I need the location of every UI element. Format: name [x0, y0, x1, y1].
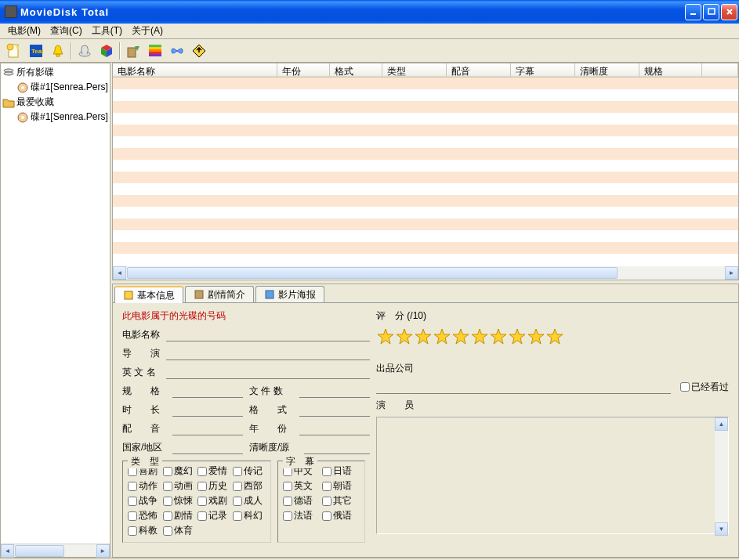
col-subtitle[interactable]: 字幕 [511, 63, 575, 77]
scroll-up-icon[interactable]: ▲ [715, 417, 728, 431]
input-dub[interactable] [172, 421, 243, 435]
genre-checkbox[interactable]: 动画 [163, 479, 197, 493]
list-row[interactable] [113, 113, 738, 125]
genre-checkbox[interactable]: 科幻 [233, 509, 266, 522]
list-row[interactable] [113, 125, 738, 136]
genre-checkbox[interactable]: 剧情 [163, 509, 197, 522]
scroll-right-icon[interactable]: ► [96, 544, 110, 558]
subtitle-checkbox[interactable]: 德语 [283, 494, 321, 508]
minimize-button[interactable] [685, 4, 701, 20]
actors-scrollbar[interactable]: ▲ ▼ [715, 417, 728, 536]
list-scrollbar[interactable]: ◄ ► [113, 266, 738, 280]
col-format[interactable]: 格式 [330, 63, 382, 77]
col-name[interactable]: 电影名称 [113, 63, 277, 77]
genre-checkbox[interactable]: 西部 [233, 479, 266, 493]
menu-tools[interactable]: 工具(T) [87, 23, 127, 39]
subtitle-checkbox[interactable]: 日语 [322, 464, 360, 478]
genre-checkbox[interactable]: 科教 [128, 524, 161, 537]
genre-checkbox[interactable]: 战争 [128, 494, 161, 508]
input-format[interactable] [299, 403, 370, 417]
subtitle-checkbox[interactable]: 英文 [283, 479, 321, 493]
toolbar-cube-icon[interactable] [96, 41, 118, 61]
list-row[interactable] [113, 89, 738, 101]
toolbar-new-icon[interactable] [3, 41, 25, 61]
watched-checkbox[interactable]: 已经看过 [680, 381, 729, 394]
scroll-down-icon[interactable]: ▼ [715, 522, 728, 536]
input-country[interactable] [172, 440, 243, 454]
list-row[interactable] [113, 242, 738, 254]
menu-query[interactable]: 查询(C) [45, 23, 87, 39]
input-company[interactable] [376, 380, 671, 394]
rating-stars[interactable] [376, 327, 729, 346]
tab-poster[interactable]: 影片海报 [255, 286, 324, 302]
star-icon[interactable] [489, 327, 508, 346]
genre-checkbox[interactable]: 爱情 [197, 464, 231, 478]
tab-plot[interactable]: 剧情简介 [185, 286, 254, 302]
menu-about[interactable]: 关于(A) [127, 23, 168, 39]
list-body[interactable] [113, 78, 738, 266]
input-english-name[interactable] [166, 365, 370, 379]
list-row[interactable] [113, 254, 738, 266]
close-button[interactable] [721, 4, 737, 20]
toolbar-sign-icon[interactable] [188, 41, 210, 61]
genre-checkbox[interactable]: 恐怖 [128, 509, 161, 522]
subtitle-checkbox[interactable]: 法语 [283, 509, 321, 522]
list-row[interactable] [113, 78, 738, 89]
genre-checkbox[interactable]: 历史 [197, 479, 231, 493]
col-dub[interactable]: 配音 [447, 63, 511, 77]
genre-checkbox[interactable]: 体育 [163, 524, 197, 537]
star-icon[interactable] [527, 327, 545, 346]
list-row[interactable] [113, 183, 738, 195]
list-row[interactable] [113, 207, 738, 219]
genre-checkbox[interactable]: 惊悚 [163, 494, 197, 508]
tree-disk-item[interactable]: 碟#1[Senrea.Pers] [2, 110, 108, 125]
tree-disk-item[interactable]: 碟#1[Senrea.Pers] [2, 80, 108, 95]
list-row[interactable] [113, 101, 738, 113]
genre-checkbox[interactable]: 魔幻 [163, 464, 197, 478]
list-row[interactable] [113, 230, 738, 242]
star-icon[interactable] [395, 327, 414, 346]
toolbar-export-icon[interactable] [122, 41, 144, 61]
scroll-left-icon[interactable]: ◄ [113, 266, 126, 280]
input-year[interactable] [299, 421, 370, 435]
list-row[interactable] [113, 219, 738, 230]
toolbar-bell-icon[interactable] [47, 41, 69, 61]
star-icon[interactable] [545, 327, 564, 346]
genre-checkbox[interactable]: 成人 [233, 494, 266, 508]
list-row[interactable] [113, 195, 738, 207]
genre-checkbox[interactable]: 传记 [233, 464, 266, 478]
star-icon[interactable] [433, 327, 451, 346]
star-icon[interactable] [376, 327, 395, 346]
sidebar-scrollbar[interactable]: ◄ ► [1, 544, 110, 557]
list-row[interactable] [113, 160, 738, 172]
subtitle-checkbox[interactable]: 朝语 [322, 479, 360, 493]
input-actors[interactable] [376, 417, 729, 534]
col-clarity[interactable]: 清晰度 [575, 63, 639, 77]
list-row[interactable] [113, 172, 738, 183]
input-director[interactable] [166, 346, 370, 360]
toolbar-total-icon[interactable]: Teal [25, 41, 47, 61]
subtitle-checkbox[interactable]: 俄语 [322, 509, 360, 522]
menu-movie[interactable]: 电影(M) [3, 23, 45, 39]
star-icon[interactable] [508, 327, 527, 346]
input-movie-name[interactable] [166, 327, 370, 341]
star-icon[interactable] [414, 327, 433, 346]
scroll-right-icon[interactable]: ► [725, 266, 738, 280]
star-icon[interactable] [451, 327, 470, 346]
col-type[interactable]: 类型 [382, 63, 447, 77]
col-year[interactable]: 年份 [277, 63, 330, 77]
tree-all-disks[interactable]: 所有影碟 [2, 65, 108, 80]
col-spec[interactable]: 规格 [639, 63, 702, 77]
input-duration[interactable] [172, 403, 243, 417]
toolbar-apple-icon[interactable] [144, 41, 166, 61]
scroll-left-icon[interactable]: ◄ [1, 544, 14, 558]
genre-checkbox[interactable]: 动作 [128, 479, 161, 493]
subtitle-checkbox[interactable]: 其它 [322, 494, 360, 508]
col-extra[interactable] [702, 63, 738, 77]
input-file-count[interactable] [299, 384, 370, 398]
list-row[interactable] [113, 136, 738, 148]
genre-checkbox[interactable]: 记录 [197, 509, 231, 522]
tree-favorites[interactable]: 最爱收藏 [2, 95, 108, 110]
maximize-button[interactable] [703, 4, 719, 20]
input-clarity[interactable] [304, 440, 370, 454]
